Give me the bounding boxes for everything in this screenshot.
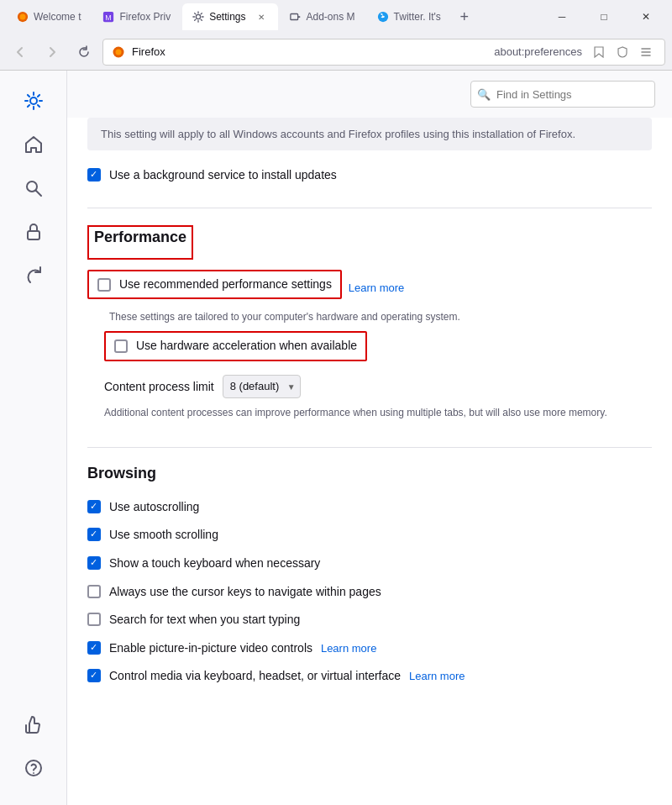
search-text-label: Search for text when you start typing (109, 612, 300, 629)
tab-close-settings[interactable]: ✕ (255, 10, 268, 24)
close-button[interactable]: ✕ (627, 3, 665, 30)
help-icon (24, 758, 44, 778)
title-bar: Welcome t M Firefox Priv Settings ✕ Add-… (0, 0, 672, 34)
browsing-row-3: Always use the cursor keys to navigate w… (87, 581, 652, 604)
tab-label-addons: Add-ons M (307, 11, 355, 23)
search-text-checkbox[interactable] (87, 613, 101, 626)
hardware-accel-checkbox[interactable] (114, 339, 128, 353)
sidebar-bottom (13, 704, 54, 795)
back-button[interactable] (7, 39, 34, 66)
addons-icon (290, 11, 302, 23)
bookmark-icon (593, 46, 605, 58)
settings-content: 🔍 This setting will apply to all Windows… (67, 71, 672, 805)
bookmark-button[interactable] (589, 42, 609, 62)
tab-settings[interactable]: Settings ✕ (182, 3, 277, 30)
recommended-learn-more[interactable]: Learn more (349, 281, 404, 294)
menu-button[interactable] (636, 42, 656, 62)
find-input[interactable] (470, 81, 655, 108)
maximize-button[interactable]: □ (585, 3, 623, 30)
browsing-row-1: Use smooth scrolling (87, 524, 652, 547)
sidebar-item-home[interactable] (13, 124, 54, 165)
process-limit-label: Content process limit (104, 380, 214, 393)
lock-icon (24, 222, 44, 242)
pip-learn-more[interactable]: Learn more (321, 642, 376, 655)
media-control-label: Control media via keyboard, headset, or … (109, 668, 465, 685)
performance-title: Performance (94, 229, 186, 246)
sync-icon (24, 266, 44, 286)
svg-rect-5 (290, 14, 297, 20)
touch-keyboard-label: Show a touch keyboard when necessary (109, 555, 320, 572)
pip-checkbox[interactable] (87, 641, 101, 655)
cursor-keys-checkbox[interactable] (87, 585, 101, 598)
minimize-button[interactable]: ─ (543, 3, 581, 30)
sidebar-item-sync[interactable] (13, 255, 54, 296)
twitter-icon (377, 11, 389, 23)
tab-label-welcome: Welcome t (34, 11, 81, 23)
sidebar-item-general[interactable] (13, 81, 54, 121)
gear-icon (24, 91, 44, 111)
cursor-keys-label: Always use the cursor keys to navigate w… (109, 584, 381, 601)
process-hint: Additional content processes can improve… (104, 405, 652, 420)
tab-label-twitter: Twitter. It's (394, 11, 441, 23)
performance-hint: These settings are tailored to your comp… (109, 311, 652, 323)
tab-label-settings: Settings (209, 11, 245, 23)
settings-gear-icon (192, 11, 204, 23)
firefox-address-icon (112, 45, 125, 59)
media-control-learn-more[interactable]: Learn more (409, 670, 465, 682)
section-divider-2 (87, 447, 652, 448)
smooth-scrolling-label: Use smooth scrolling (109, 527, 218, 544)
shield-icon (617, 46, 628, 58)
performance-title-box: Performance (87, 225, 193, 260)
hamburger-icon (640, 46, 652, 58)
sidebar-item-privacy[interactable] (13, 212, 54, 252)
process-limit-row: Content process limit 8 (default) 1 2 4 … (104, 375, 652, 398)
touch-keyboard-checkbox[interactable] (87, 556, 101, 570)
hardware-accel-row: Use hardware acceleration when available (87, 331, 652, 368)
autoscrolling-checkbox[interactable] (87, 500, 101, 513)
notice-box: This setting will apply to all Windows a… (87, 118, 652, 150)
section-divider-1 (87, 208, 652, 208)
new-tab-button[interactable]: + (453, 5, 476, 29)
browsing-title: Browsing (87, 465, 652, 482)
reload-button[interactable] (71, 39, 97, 66)
tab-firefox-priv[interactable]: M Firefox Priv (92, 3, 181, 30)
tab-welcome[interactable]: Welcome t (7, 3, 91, 30)
firefox-priv-icon: M (102, 11, 114, 23)
svg-point-12 (30, 97, 37, 104)
sidebar-item-feedback[interactable] (13, 704, 54, 744)
address-url: about:preferences (494, 45, 582, 58)
hardware-accel-wrap: Use hardware acceleration when available (104, 331, 367, 361)
reload-icon (77, 45, 91, 59)
hardware-accel-label: Use hardware acceleration when available (136, 338, 357, 355)
recommended-checkbox[interactable] (97, 278, 111, 292)
shield-button[interactable] (612, 42, 633, 62)
svg-point-8 (116, 49, 122, 55)
notice-text: This setting will apply to all Windows a… (101, 128, 575, 140)
nav-bar: Firefox about:preferences (0, 34, 672, 71)
forward-icon (45, 45, 59, 59)
svg-line-14 (35, 191, 41, 197)
background-service-row: Use a background service to install upda… (87, 164, 652, 187)
media-control-checkbox[interactable] (87, 669, 101, 682)
address-actions (589, 42, 656, 62)
home-icon (24, 134, 44, 155)
sidebar (0, 71, 67, 805)
svg-text:M: M (106, 13, 112, 22)
svg-rect-15 (28, 231, 39, 239)
background-service-checkbox[interactable] (87, 168, 101, 182)
recommended-label: Use recommended performance settings (119, 276, 332, 293)
tab-addons[interactable]: Add-ons M (280, 3, 365, 30)
process-limit-select[interactable]: 8 (default) 1 2 4 16 (223, 375, 301, 398)
sidebar-item-help[interactable] (13, 748, 54, 788)
pip-label: Enable picture-in-picture video controls… (109, 640, 376, 657)
forward-button[interactable] (39, 39, 66, 66)
browsing-row-5: Enable picture-in-picture video controls… (87, 637, 652, 660)
tab-twitter[interactable]: Twitter. It's (367, 3, 451, 30)
svg-point-1 (20, 14, 26, 20)
settings-body: This setting will apply to all Windows a… (67, 118, 672, 735)
find-icon: 🔍 (477, 88, 491, 101)
address-bar[interactable]: Firefox about:preferences (102, 39, 665, 66)
smooth-scrolling-checkbox[interactable] (87, 528, 101, 541)
sidebar-item-search[interactable] (13, 168, 54, 208)
window-controls: ─ □ ✕ (543, 3, 665, 30)
